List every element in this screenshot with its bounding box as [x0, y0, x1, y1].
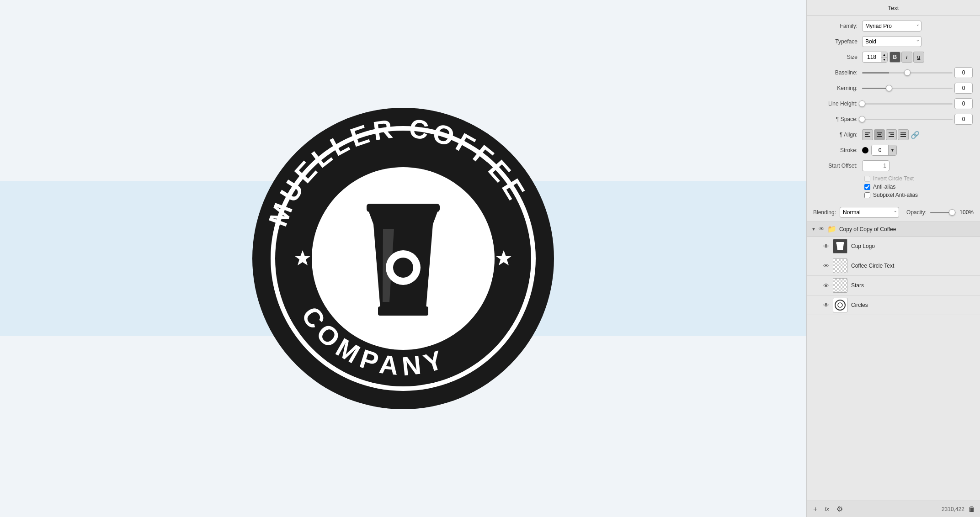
- layer-group-header[interactable]: ▼ 👁 📁 Copy of Copy of Coffee: [807, 222, 980, 237]
- baseline-slider[interactable]: [862, 72, 953, 74]
- svg-rect-28: [836, 242, 844, 244]
- lineheight-value[interactable]: 0: [954, 98, 973, 109]
- settings-button[interactable]: ⚙: [835, 504, 845, 514]
- opacity-label: Opacity:: [906, 209, 927, 216]
- family-select[interactable]: Myriad Pro: [862, 21, 921, 32]
- right-panel: Text Family: Myriad Pro Typeface Bold: [806, 0, 980, 517]
- link-icon[interactable]: 🔗: [911, 131, 920, 139]
- space-value[interactable]: 0: [954, 114, 973, 125]
- size-stepper[interactable]: 118 ▲ ▼: [862, 52, 888, 63]
- underline-button[interactable]: u: [913, 52, 924, 63]
- align-justify-button[interactable]: [898, 129, 909, 140]
- opacity-thumb: [949, 209, 955, 216]
- svg-rect-21: [889, 132, 894, 133]
- space-thumb: [859, 116, 865, 122]
- expand-arrow-icon: ▼: [811, 227, 816, 232]
- layer-item[interactable]: 👁 Cup Logo: [807, 237, 980, 256]
- baseline-track: [862, 72, 953, 74]
- typeface-select[interactable]: Bold: [862, 36, 921, 47]
- anti-alias-checkbox[interactable]: [864, 184, 870, 190]
- lineheight-control: 0: [862, 98, 973, 109]
- invert-circle-text-label: Invert Circle Text: [873, 175, 914, 182]
- kerning-slider[interactable]: [862, 88, 953, 89]
- family-select-wrapper[interactable]: Myriad Pro: [862, 21, 921, 32]
- bold-button[interactable]: B: [889, 52, 900, 63]
- align-control: 🔗: [862, 129, 973, 140]
- svg-marker-27: [836, 243, 844, 250]
- stars-eye-icon[interactable]: 👁: [823, 282, 829, 289]
- kerning-value[interactable]: 0: [954, 83, 973, 94]
- align-center-button[interactable]: [874, 129, 885, 140]
- size-increment-button[interactable]: ▲: [881, 52, 887, 58]
- stroke-color-dot[interactable]: [862, 147, 868, 153]
- family-row: Family: Myriad Pro: [814, 20, 973, 32]
- lineheight-slider[interactable]: [862, 103, 953, 105]
- fx-button[interactable]: fx: [823, 505, 831, 513]
- group-eye-icon[interactable]: 👁: [819, 226, 825, 232]
- align-label: ¶ Align:: [814, 132, 862, 138]
- align-buttons: [862, 129, 909, 140]
- layer-item[interactable]: 👁 Stars: [807, 276, 980, 295]
- size-label: Size: [814, 54, 862, 60]
- invert-circle-text-row: Invert Circle Text: [864, 175, 973, 182]
- svg-marker-5: [369, 212, 437, 224]
- anti-alias-label: Anti-alias: [873, 184, 895, 190]
- align-right-button[interactable]: [886, 129, 897, 140]
- delete-layer-button[interactable]: 🗑: [968, 505, 975, 513]
- svg-rect-25: [900, 134, 906, 135]
- blending-select[interactable]: Normal: [840, 207, 899, 218]
- panel-footer: + fx ⚙ 2310,422 🗑: [807, 501, 980, 517]
- stroke-row: Stroke: ▼: [814, 144, 973, 156]
- svg-rect-20: [877, 136, 882, 137]
- space-slider[interactable]: [862, 119, 953, 120]
- size-input[interactable]: 118: [863, 54, 881, 60]
- stroke-value-input[interactable]: [872, 145, 888, 155]
- checkbox-group: Invert Circle Text Anti-alias Subpixel A…: [814, 175, 973, 198]
- space-track: [862, 119, 953, 120]
- italic-button[interactable]: i: [901, 52, 912, 63]
- size-decrement-button[interactable]: ▼: [881, 58, 887, 63]
- circles-thumb: [833, 298, 847, 312]
- start-offset-control: [862, 160, 973, 171]
- layer-group-name: Copy of Copy of Coffee: [839, 226, 896, 232]
- space-control: 0: [862, 114, 973, 125]
- layer-item[interactable]: 👁 Coffee Circle Text: [807, 256, 980, 276]
- stroke-dropdown-arrow[interactable]: ▼: [888, 145, 896, 155]
- kerning-row: Kerning: 0: [814, 82, 973, 94]
- baseline-thumb: [904, 69, 911, 76]
- svg-rect-7: [378, 306, 428, 316]
- svg-rect-15: [865, 132, 870, 133]
- cup-logo-eye-icon[interactable]: 👁: [823, 243, 829, 250]
- blending-label: Blending:: [813, 209, 836, 216]
- typeface-row: Typeface Bold: [814, 36, 973, 47]
- coffee-circle-eye-icon[interactable]: 👁: [823, 263, 829, 269]
- baseline-control: 0: [862, 67, 973, 78]
- logo-container: MUELLER COFFEE COMPANY: [243, 99, 563, 418]
- size-control: 118 ▲ ▼ B i u: [862, 52, 973, 63]
- svg-point-29: [835, 300, 845, 310]
- layers-panel: ▼ 👁 📁 Copy of Copy of Coffee 👁 Cup Logo …: [807, 222, 980, 501]
- typeface-select-wrapper[interactable]: Bold: [862, 36, 921, 47]
- align-left-button[interactable]: [862, 129, 873, 140]
- opacity-slider[interactable]: [930, 212, 956, 213]
- circles-eye-icon[interactable]: 👁: [823, 302, 829, 309]
- size-row: Size 118 ▲ ▼ B i u: [814, 51, 973, 63]
- family-label: Family:: [814, 23, 862, 29]
- baseline-value[interactable]: 0: [954, 67, 973, 78]
- start-offset-input[interactable]: [862, 160, 889, 171]
- stroke-select[interactable]: ▼: [871, 145, 897, 156]
- layer-item[interactable]: 👁 Circles: [807, 295, 980, 315]
- subpixel-checkbox[interactable]: [864, 192, 870, 198]
- kerning-label: Kerning:: [814, 85, 862, 91]
- baseline-label: Baseline:: [814, 69, 862, 76]
- start-offset-label: Start Offset:: [814, 163, 862, 169]
- add-layer-button[interactable]: +: [811, 504, 819, 514]
- opacity-value: 100%: [959, 209, 974, 216]
- svg-rect-17: [865, 136, 870, 137]
- kerning-thumb: [886, 85, 892, 91]
- svg-rect-19: [878, 134, 881, 135]
- circles-name: Circles: [851, 302, 868, 308]
- lineheight-thumb: [859, 100, 865, 107]
- blending-select-wrapper[interactable]: Normal: [840, 207, 899, 218]
- invert-circle-text-checkbox[interactable]: [864, 176, 870, 182]
